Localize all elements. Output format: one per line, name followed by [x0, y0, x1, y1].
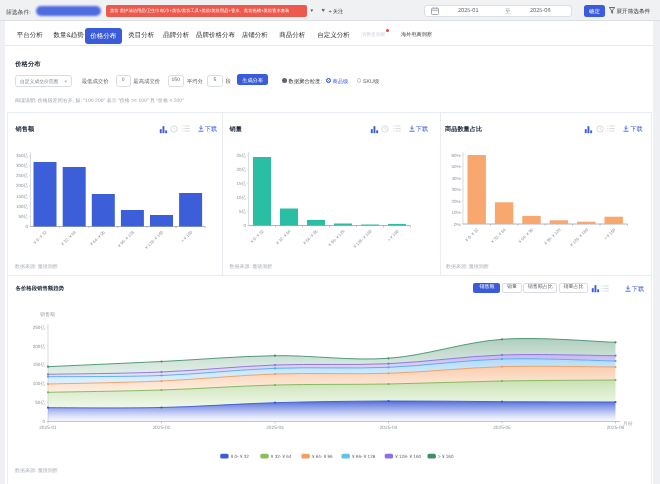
svg-text:¥ 32- ¥ 64: ¥ 32- ¥ 64 [60, 229, 77, 246]
svg-text:¥ 0- ¥ 32: ¥ 0- ¥ 32 [32, 229, 48, 245]
svg-text:¥ 32- ¥ 64: ¥ 32- ¥ 64 [271, 454, 292, 459]
svg-text:10亿: 10亿 [236, 195, 246, 200]
svg-text:¥ 96- ¥ 128: ¥ 96- ¥ 128 [117, 229, 136, 248]
svg-text:2025-05: 2025-05 [493, 425, 511, 431]
svg-text:¥ 96- ¥ 128: ¥ 96- ¥ 128 [543, 227, 562, 246]
svg-text:¥ 0- ¥ 32: ¥ 0- ¥ 32 [464, 227, 480, 243]
svg-text:50亿: 50亿 [18, 214, 28, 219]
svg-text:¥ 64- ¥ 96: ¥ 64- ¥ 96 [302, 228, 319, 245]
svg-text:¥ 128- ¥ 160: ¥ 128- ¥ 160 [144, 229, 165, 250]
svg-text:0: 0 [243, 223, 246, 228]
svg-text:2025-01: 2025-01 [39, 425, 57, 431]
svg-text:40%: 40% [451, 176, 460, 181]
svg-text:100亿: 100亿 [33, 381, 46, 386]
svg-text:¥ 64- ¥ 96: ¥ 64- ¥ 96 [89, 229, 106, 246]
svg-text:200亿: 200亿 [16, 183, 29, 188]
svg-text:0%: 0% [454, 222, 461, 227]
svg-text:300亿: 300亿 [16, 163, 29, 168]
svg-text:¥ 0- ¥ 32: ¥ 0- ¥ 32 [231, 454, 250, 459]
svg-text:¥ 0- ¥ 32: ¥ 0- ¥ 32 [249, 228, 265, 244]
svg-text:¥ 32- ¥ 64: ¥ 32- ¥ 64 [490, 227, 507, 244]
svg-text:100亿: 100亿 [16, 204, 29, 209]
svg-text:250亿: 250亿 [33, 325, 46, 330]
svg-text:25亿: 25亿 [236, 153, 246, 158]
svg-text:60%: 60% [451, 153, 460, 158]
svg-text:¥ 96- ¥ 128: ¥ 96- ¥ 128 [327, 228, 346, 247]
svg-text:¥ 32- ¥ 64: ¥ 32- ¥ 64 [275, 228, 292, 245]
svg-text:销售额: 销售额 [39, 311, 55, 318]
svg-text:15亿: 15亿 [236, 181, 246, 186]
svg-text:150亿: 150亿 [33, 362, 46, 367]
svg-text:> ¥ 160: > ¥ 160 [180, 229, 194, 243]
svg-text:> ¥ 160: > ¥ 160 [438, 454, 454, 459]
svg-text:0: 0 [42, 419, 45, 424]
svg-text:350亿: 350亿 [16, 153, 29, 158]
svg-text:¥ 64- ¥ 96: ¥ 64- ¥ 96 [517, 227, 534, 244]
svg-text:月份: 月份 [623, 421, 633, 427]
svg-text:20亿: 20亿 [236, 167, 246, 172]
svg-text:¥ 128- ¥ 160: ¥ 128- ¥ 160 [395, 454, 421, 459]
svg-text:2025-06: 2025-06 [607, 425, 625, 431]
svg-text:¥ 128- ¥ 160: ¥ 128- ¥ 160 [569, 227, 590, 248]
svg-text:> ¥ 160: > ¥ 160 [386, 228, 400, 242]
svg-text:10%: 10% [451, 210, 460, 215]
svg-text:50%: 50% [451, 164, 460, 169]
svg-text:0: 0 [25, 224, 28, 229]
svg-text:5亿: 5亿 [239, 209, 247, 214]
svg-text:50亿: 50亿 [35, 400, 45, 405]
svg-text:¥ 64- ¥ 96: ¥ 64- ¥ 96 [312, 454, 333, 459]
svg-text:250亿: 250亿 [16, 173, 29, 178]
svg-text:20%: 20% [451, 199, 460, 204]
svg-text:30%: 30% [451, 187, 460, 192]
svg-text:200亿: 200亿 [33, 344, 46, 349]
svg-text:¥ 96- ¥ 128: ¥ 96- ¥ 128 [352, 454, 376, 459]
svg-text:¥ 128- ¥ 160: ¥ 128- ¥ 160 [353, 228, 374, 249]
svg-text:2025-02: 2025-02 [153, 425, 171, 431]
svg-text:> ¥ 160: > ¥ 160 [603, 227, 617, 241]
svg-text:2025-03: 2025-03 [266, 425, 284, 431]
svg-text:150亿: 150亿 [16, 194, 29, 199]
svg-text:2025-04: 2025-04 [380, 425, 398, 431]
